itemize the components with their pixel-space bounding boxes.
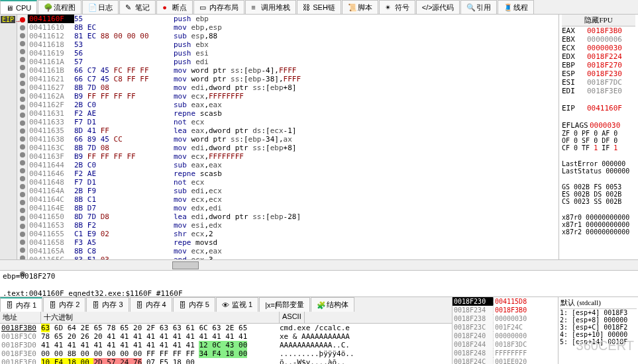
dump-row[interactable]: 0018F3F010 F4 18 00 2D 57 24 76 07 F5 18… — [0, 358, 452, 364]
tab-dump2[interactable]: 🗄内存 2 — [43, 297, 85, 312]
tab-cpu[interactable]: 🖥CPU — [0, 0, 37, 14]
disasm-row[interactable]: 0041162AB9 FF FF FF FFmov ecx,FFFFFFFF — [28, 92, 558, 101]
stack-row[interactable]: 0018F230004115D8 — [452, 297, 558, 306]
disassembly-view[interactable]: 0041160F55push ebp004116108B ECmov ebp,e… — [28, 15, 558, 259]
call-arg-row[interactable]: 4: [esp+10] 00000 — [560, 331, 637, 338]
registers-pane[interactable]: 隐藏FPU EAX0018F3B0EBX00000006ECX00000030E… — [558, 15, 638, 259]
disasm-row[interactable]: 0041160F55push ebp — [28, 15, 558, 23]
tab-locals[interactable]: |x=|局部变量 — [259, 297, 310, 312]
dump-view[interactable]: 0018F3B063 6D 64 2E 65 78 65 20 2F 63 63… — [0, 324, 452, 364]
register-row[interactable]: EBP0018F270 — [562, 61, 635, 69]
cpu-icon: 🖥 — [6, 4, 14, 12]
dump-row[interactable]: 0018F3B063 6D 64 2E 65 78 65 20 2F 63 63… — [0, 324, 452, 332]
tab-symbols[interactable]: ✴符号 — [379, 0, 415, 14]
struct-icon: 🧩 — [317, 301, 325, 309]
stack-row[interactable]: 0018F2340018F3B0 — [452, 306, 558, 314]
ebp-info: ebp=0018F270 — [3, 272, 635, 281]
tab-log[interactable]: 📄日志 — [82, 0, 119, 14]
stack-row[interactable]: 0018F24000000000 — [452, 332, 558, 340]
disasm-row[interactable]: 00411658F3 A5repe movsd — [28, 238, 558, 247]
tab-source[interactable]: </>源代码 — [416, 0, 460, 14]
breakpoint-gutter[interactable] — [17, 15, 28, 259]
disasm-row[interactable]: 0041163C8B 7D 08mov edi,dword ptr ss:[eb… — [28, 144, 558, 152]
call-arg-row[interactable]: 3: [esp+C] 0018F2 — [560, 324, 637, 331]
log-icon: 📄 — [88, 3, 96, 11]
info-bar: ebp=0018F270 .text:0041160F eqnedt32.exe… — [0, 270, 638, 296]
tab-notes[interactable]: ✎笔记 — [119, 0, 156, 14]
register-row[interactable]: ESI0018F7DC — [562, 78, 635, 87]
stack-row[interactable]: 0018F23C001F24C — [452, 323, 558, 332]
disasm-row[interactable]: 00411646F2 AErepne scasb — [28, 169, 558, 178]
thread-icon: 🧵 — [504, 3, 511, 11]
stack-row[interactable]: 0018F248FFFFFFFF — [452, 349, 558, 357]
disasm-row[interactable]: 0041161853push ebx — [28, 40, 558, 49]
scroll-thumb[interactable] — [172, 261, 199, 269]
disasm-row[interactable]: 0041163866 89 45 CCmov word ptr ss:[ebp-… — [28, 135, 558, 144]
tab-script[interactable]: 📜脚本 — [342, 0, 378, 14]
dump-row[interactable]: 0018F3D041 41 41 41 41 41 41 41 41 41 41… — [0, 341, 452, 349]
call-arg-row[interactable]: 5: [esp+14] 0018F — [560, 338, 637, 345]
dump-row[interactable]: 0018F3C078 65 20 26 20 41 41 41 41 41 41… — [0, 332, 452, 341]
tab-dump4[interactable]: 🗄内存 4 — [130, 297, 172, 312]
disasm-hscroll[interactable] — [0, 259, 638, 270]
disasm-row[interactable]: 004116538B F2mov esi,edx — [28, 221, 558, 230]
stack-view[interactable]: 0018F230004115D80018F2340018F3B00018F238… — [452, 297, 558, 364]
register-row[interactable]: EDI0018F3E0 — [562, 87, 635, 95]
dump-row[interactable]: 0018F3E000 00 8B 00 00 00 00 00 FF FF FF… — [0, 349, 452, 358]
dump-icon: 🗄 — [136, 301, 144, 309]
dump-icon: 🗄 — [179, 301, 187, 309]
tab-dump3[interactable]: 🗄内存 3 — [86, 297, 129, 312]
tab-refs[interactable]: 🔍引用 — [460, 0, 497, 14]
disasm-row[interactable]: 0041163FB9 FF FF FF FFmov ecx,FFFFFFFF — [28, 152, 558, 161]
tab-seh[interactable]: ⛓SEH链 — [297, 0, 341, 14]
register-row[interactable]: EDX0018F224 — [562, 52, 635, 61]
disasm-row[interactable]: 00411648F7 D1not ecx — [28, 178, 558, 187]
register-row[interactable]: ESP0018F230 — [562, 69, 635, 78]
disasm-row[interactable]: 004116442B C0sub eax,eax — [28, 161, 558, 169]
disasm-row[interactable]: 00411631F2 AErepne scasb — [28, 109, 558, 118]
lasterror: LastError 000000 — [562, 160, 635, 167]
src-icon: </> — [422, 3, 430, 11]
stack-icon: ≡ — [251, 3, 259, 11]
stack-row[interactable]: 0018F2440018F3DC — [452, 340, 558, 349]
stack-row[interactable]: 0018F23800000030 — [452, 314, 558, 323]
disasm-row[interactable]: 0041164A2B F9sub edi,ecx — [28, 187, 558, 195]
tab-threads[interactable]: 🧵线程 — [498, 0, 534, 14]
register-row[interactable]: EBX00000006 — [562, 35, 635, 44]
disasm-row[interactable]: 004116358D 41 FFlea eax,dword ptr ds:[ec… — [28, 126, 558, 135]
disasm-row[interactable]: 004116508D 7D D8lea edi,dword ptr ss:[eb… — [28, 212, 558, 221]
register-row[interactable]: ECX00000030 — [562, 44, 635, 52]
disasm-row[interactable]: 0041164C8B C1mov ecx,ecx — [28, 195, 558, 204]
disasm-row[interactable]: 0041164E8B D7mov edx,edi — [28, 204, 558, 212]
callconv-label[interactable]: 默认 (stdcall) — [560, 297, 637, 309]
disasm-row[interactable]: 0041161A57push edi — [28, 58, 558, 66]
disasm-row[interactable]: 0041161B66 C7 45 FC FF FFmov word ptr ss… — [28, 66, 558, 75]
call-arg-row[interactable]: 2: [esp+8] 000000 — [560, 316, 637, 324]
disasm-row[interactable]: 00411633F7 D1not ecx — [28, 118, 558, 126]
disasm-row[interactable]: 0041162166 C7 45 C8 FF FFmov word ptr ss… — [28, 75, 558, 83]
tab-dump1[interactable]: 🗄内存 1 — [0, 297, 42, 312]
register-row[interactable]: EAX0018F3B0 — [562, 26, 635, 35]
tab-bp[interactable]: ●断点 — [156, 0, 193, 14]
call-arg-row[interactable]: 1: [esp+4] 0018F3 — [560, 309, 637, 316]
disasm-row[interactable]: 0041161956push esi — [28, 49, 558, 58]
disasm-row[interactable]: 004116108B ECmov ebp,esp — [28, 23, 558, 32]
tab-callstack[interactable]: ≡调用堆栈 — [245, 0, 296, 14]
tab-watch1[interactable]: 👁监视 1 — [216, 297, 258, 312]
disasm-row[interactable]: 00411655C1 E9 02shr ecx,2 — [28, 230, 558, 238]
disasm-row[interactable]: 0041165A8B C8mov ecx,eax — [28, 247, 558, 255]
disasm-row[interactable]: 0041162F2B C0sub eax,eax — [28, 101, 558, 109]
sym-icon: ✴ — [385, 3, 393, 11]
note-icon: ✎ — [125, 3, 133, 11]
call-args-pane[interactable]: 默认 (stdcall) 1: [esp+4] 0018F32: [esp+8]… — [558, 297, 638, 364]
tab-struct[interactable]: 🧩结构体 — [311, 297, 354, 312]
hide-fpu-button[interactable]: 隐藏FPU — [562, 15, 635, 26]
disasm-row[interactable]: 0041161281 EC 88 00 00 00sub esp,88 — [28, 32, 558, 40]
eip-label: EIP — [1, 16, 15, 23]
tab-memmap[interactable]: ▭内存布局 — [193, 0, 244, 14]
disasm-row[interactable]: 004116278B 7D 08mov edi,dword ptr ss:[eb… — [28, 83, 558, 92]
tab-flow[interactable]: 🌳流程图 — [38, 0, 81, 14]
eip-gutter: EIP → — [0, 15, 17, 259]
tab-dump5[interactable]: 🗄内存 5 — [173, 297, 215, 312]
stack-row[interactable]: 0018F24C001EE020 — [452, 357, 558, 364]
